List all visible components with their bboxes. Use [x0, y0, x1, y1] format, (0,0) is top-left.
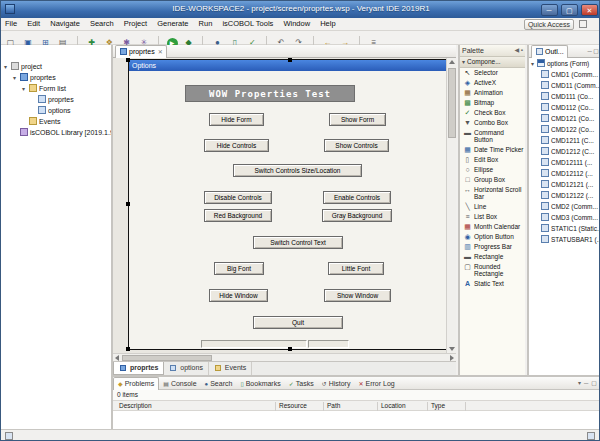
form-button-quit[interactable]: Quit	[253, 316, 343, 329]
palette-item-rounded-rectangle[interactable]: ▢Rounded Rectangle	[460, 262, 525, 279]
palette-item-horizontal-scroll-bar[interactable]: ↔Horizontal Scroll Bar	[460, 185, 525, 202]
palette-item-group-box[interactable]: □Group Box	[460, 175, 525, 185]
scroll-up-icon[interactable]	[449, 60, 455, 64]
editor-horizontal-scrollbar[interactable]	[113, 353, 456, 361]
subtab-events[interactable]: Events	[209, 362, 252, 375]
form-button-red-background[interactable]: Red Background	[204, 209, 272, 222]
column-divider[interactable]	[377, 402, 378, 411]
form-designer-canvas[interactable]: Options WOW Properties Test Hide Form Sh…	[113, 58, 446, 353]
form-button-hide-form[interactable]: Hide Form	[209, 113, 264, 126]
subtab-proprtes[interactable]: proprtes	[113, 362, 164, 375]
scrollbar-thumb[interactable]	[448, 68, 456, 138]
outline-item-static1[interactable]: STATIC1 (Static...	[529, 223, 600, 234]
tree-item-form-list[interactable]: ▾Form list	[1, 83, 111, 94]
menu-generate[interactable]: Generate	[153, 18, 192, 30]
palette-header[interactable]: Palette ◀ ▪	[460, 45, 525, 57]
tree-item-project[interactable]: ▾project	[1, 61, 111, 72]
tab-error-log[interactable]: ✕Error Log	[354, 378, 398, 391]
expand-arrow-icon[interactable]: ▾	[22, 84, 28, 95]
tab-search[interactable]: ●Search	[201, 378, 237, 391]
form-button-little-font[interactable]: Little Font	[328, 262, 384, 275]
menu-iscobol-tools[interactable]: isCOBOL Tools	[218, 18, 277, 30]
tab-history[interactable]: ↺History	[318, 378, 355, 391]
menu-window[interactable]: Window	[279, 18, 314, 30]
outline-item-cmd2[interactable]: CMD2 (Comm...	[529, 201, 600, 212]
palette-item-month-calendar[interactable]: ▦Month Calendar	[460, 222, 525, 232]
menu-navigate[interactable]: Navigate	[46, 18, 84, 30]
menu-edit[interactable]: Edit	[23, 18, 44, 30]
palette-item-selector[interactable]: ↖Selector	[460, 68, 525, 78]
expand-arrow-icon[interactable]: ▾	[4, 62, 10, 73]
palette-item-check-box[interactable]: ✓Check Box	[460, 108, 525, 118]
palette-item-combo-box[interactable]: ▼Combo Box	[460, 118, 525, 128]
form-button-show-controls[interactable]: Show Controls	[324, 139, 389, 152]
palette-item-ellipse[interactable]: ○Ellipse	[460, 165, 525, 175]
form-button-hide-controls[interactable]: Hide Controls	[204, 139, 269, 152]
column-resource[interactable]: Resource	[279, 401, 307, 411]
editor-tab-proprtes[interactable]: proprtes✕	[115, 45, 167, 58]
statusbar-panel[interactable]	[308, 340, 349, 348]
editor-vertical-scrollbar[interactable]	[446, 58, 456, 353]
form-button-enable-controls[interactable]: Enable Controls	[323, 191, 391, 204]
menu-project[interactable]: Project	[120, 18, 151, 30]
form-button-hide-window[interactable]: Hide Window	[209, 289, 268, 302]
column-location[interactable]: Location	[381, 401, 406, 411]
tab-console[interactable]: ▤Console	[159, 378, 200, 391]
selection-handle[interactable]	[126, 58, 130, 62]
tree-item-form-options[interactable]: options	[1, 105, 111, 116]
form-button-disable-controls[interactable]: Disable Controls	[204, 191, 272, 204]
perspective-grid-icon[interactable]	[579, 20, 587, 28]
outline-item-cmd121[interactable]: CMD121 (Co...	[529, 113, 600, 124]
palette-item-animation[interactable]: ▦Animation	[460, 88, 525, 98]
selection-handle[interactable]	[126, 347, 130, 351]
palette-item-progress-bar[interactable]: ▥Progress Bar	[460, 242, 525, 252]
column-divider[interactable]	[275, 402, 276, 411]
tree-item-form-proprtes[interactable]: proprtes	[1, 94, 111, 105]
form-button-switch-size-location[interactable]: Switch Controls Size/Location	[233, 164, 362, 177]
outline-item-cmd122[interactable]: CMD122 (Co...	[529, 124, 600, 135]
outline-item-cmd111[interactable]: CMD111 (Co...	[529, 91, 600, 102]
maximize-button[interactable]: ▢	[561, 4, 578, 16]
palette-item-list-box[interactable]: ≡List Box	[460, 212, 525, 222]
column-type[interactable]: Type	[431, 401, 445, 411]
tab-tasks[interactable]: ✓Tasks	[285, 378, 318, 391]
menu-search[interactable]: Search	[86, 18, 118, 30]
minimize-panel-icon[interactable]: ─	[587, 48, 591, 54]
palette-item-command-button[interactable]: ▬Command Button	[460, 128, 525, 145]
outline-item-cmd1212[interactable]: CMD1212 (C...	[529, 146, 600, 157]
view-menu-icon[interactable]: ▾	[578, 380, 581, 386]
form-header-static-text[interactable]: WOW Properties Test	[185, 85, 355, 102]
outline-item-cmd12112[interactable]: CMD12112 (...	[529, 168, 600, 179]
maximize-panel-icon[interactable]: ▢	[591, 380, 597, 386]
status-left-icon[interactable]	[5, 432, 13, 440]
close-icon[interactable]: ✕	[158, 49, 163, 55]
minimize-panel-icon[interactable]: ─	[584, 380, 588, 386]
minimize-button[interactable]: ─	[541, 4, 558, 16]
palette-category-components[interactable]: ▾Compone...	[460, 57, 525, 68]
tree-item-events[interactable]: Events	[1, 116, 111, 127]
tab-outline[interactable]: Outl...	[531, 45, 568, 58]
form-button-gray-background[interactable]: Gray Background	[322, 209, 392, 222]
palette-item-activex[interactable]: ◈ActiveX	[460, 78, 525, 88]
selection-handle[interactable]	[126, 202, 130, 206]
tree-item-iscobol-library[interactable]: isCOBOL Library [2019.1.973]	[1, 127, 111, 138]
selection-handle[interactable]	[288, 58, 292, 62]
form-button-show-window[interactable]: Show Window	[324, 289, 391, 302]
outline-item-cmd1211[interactable]: CMD1211 (C...	[529, 135, 600, 146]
status-right-icon[interactable]	[587, 432, 595, 440]
outline-item-cmd3[interactable]: CMD3 (Comm...	[529, 212, 600, 223]
palette-item-edit-box[interactable]: ▯Edit Box	[460, 155, 525, 165]
outline-item-cmd112[interactable]: CMD112 (Co...	[529, 102, 600, 113]
palette-item-bitmap[interactable]: ▩Bitmap	[460, 98, 525, 108]
pin-icon[interactable]: ▪	[521, 47, 523, 53]
outline-item-cmd12121[interactable]: CMD12121 (...	[529, 179, 600, 190]
palette-item-rectangle[interactable]: ▬Rectangle	[460, 252, 525, 262]
outline-item-cmd1[interactable]: CMD1 (Comm...	[529, 69, 600, 80]
collapse-palette-icon[interactable]: ◀	[515, 47, 520, 53]
column-divider[interactable]	[465, 402, 466, 411]
menu-help[interactable]: Help	[316, 18, 339, 30]
titlebar[interactable]: IDE-WORKSPACE2 - project/screen/proprtes…	[1, 1, 600, 18]
menu-file[interactable]: File	[1, 18, 21, 30]
designed-window[interactable]: Options WOW Properties Test Hide Form Sh…	[128, 59, 446, 350]
outline-item-options-form[interactable]: ▾options (Form)	[529, 58, 600, 69]
